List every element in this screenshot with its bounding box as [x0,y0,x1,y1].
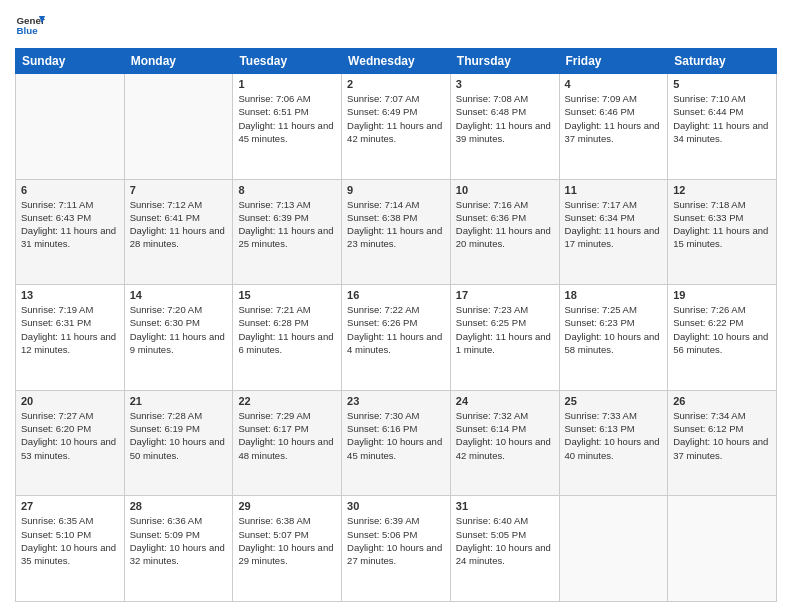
weekday-friday: Friday [559,49,668,74]
day-cell: 6Sunrise: 7:11 AM Sunset: 6:43 PM Daylig… [16,179,125,285]
day-number: 1 [238,78,336,90]
day-info: Sunrise: 7:22 AM Sunset: 6:26 PM Dayligh… [347,303,445,356]
day-info: Sunrise: 7:13 AM Sunset: 6:39 PM Dayligh… [238,198,336,251]
day-number: 25 [565,395,663,407]
day-info: Sunrise: 7:10 AM Sunset: 6:44 PM Dayligh… [673,92,771,145]
day-info: Sunrise: 7:23 AM Sunset: 6:25 PM Dayligh… [456,303,554,356]
week-row-5: 27Sunrise: 6:35 AM Sunset: 5:10 PM Dayli… [16,496,777,602]
day-cell: 16Sunrise: 7:22 AM Sunset: 6:26 PM Dayli… [342,285,451,391]
day-cell: 5Sunrise: 7:10 AM Sunset: 6:44 PM Daylig… [668,74,777,180]
weekday-sunday: Sunday [16,49,125,74]
day-number: 4 [565,78,663,90]
day-cell [559,496,668,602]
day-info: Sunrise: 7:33 AM Sunset: 6:13 PM Dayligh… [565,409,663,462]
weekday-monday: Monday [124,49,233,74]
day-number: 31 [456,500,554,512]
day-number: 26 [673,395,771,407]
day-info: Sunrise: 7:21 AM Sunset: 6:28 PM Dayligh… [238,303,336,356]
day-cell: 20Sunrise: 7:27 AM Sunset: 6:20 PM Dayli… [16,390,125,496]
day-info: Sunrise: 7:28 AM Sunset: 6:19 PM Dayligh… [130,409,228,462]
day-info: Sunrise: 7:30 AM Sunset: 6:16 PM Dayligh… [347,409,445,462]
day-cell: 30Sunrise: 6:39 AM Sunset: 5:06 PM Dayli… [342,496,451,602]
day-cell: 3Sunrise: 7:08 AM Sunset: 6:48 PM Daylig… [450,74,559,180]
day-number: 27 [21,500,119,512]
day-info: Sunrise: 7:14 AM Sunset: 6:38 PM Dayligh… [347,198,445,251]
weekday-saturday: Saturday [668,49,777,74]
day-number: 9 [347,184,445,196]
header: General Blue [15,10,777,40]
day-info: Sunrise: 7:27 AM Sunset: 6:20 PM Dayligh… [21,409,119,462]
day-cell: 29Sunrise: 6:38 AM Sunset: 5:07 PM Dayli… [233,496,342,602]
day-info: Sunrise: 7:32 AM Sunset: 6:14 PM Dayligh… [456,409,554,462]
calendar-table: SundayMondayTuesdayWednesdayThursdayFrid… [15,48,777,602]
weekday-wednesday: Wednesday [342,49,451,74]
day-cell: 10Sunrise: 7:16 AM Sunset: 6:36 PM Dayli… [450,179,559,285]
day-cell: 22Sunrise: 7:29 AM Sunset: 6:17 PM Dayli… [233,390,342,496]
day-number: 12 [673,184,771,196]
weekday-header-row: SundayMondayTuesdayWednesdayThursdayFrid… [16,49,777,74]
weekday-tuesday: Tuesday [233,49,342,74]
day-number: 16 [347,289,445,301]
day-info: Sunrise: 6:36 AM Sunset: 5:09 PM Dayligh… [130,514,228,567]
day-number: 11 [565,184,663,196]
day-info: Sunrise: 6:40 AM Sunset: 5:05 PM Dayligh… [456,514,554,567]
day-number: 24 [456,395,554,407]
svg-text:Blue: Blue [17,25,39,36]
day-cell: 25Sunrise: 7:33 AM Sunset: 6:13 PM Dayli… [559,390,668,496]
week-row-2: 6Sunrise: 7:11 AM Sunset: 6:43 PM Daylig… [16,179,777,285]
day-info: Sunrise: 7:26 AM Sunset: 6:22 PM Dayligh… [673,303,771,356]
day-cell: 18Sunrise: 7:25 AM Sunset: 6:23 PM Dayli… [559,285,668,391]
day-number: 2 [347,78,445,90]
day-info: Sunrise: 6:35 AM Sunset: 5:10 PM Dayligh… [21,514,119,567]
day-info: Sunrise: 7:34 AM Sunset: 6:12 PM Dayligh… [673,409,771,462]
day-cell: 9Sunrise: 7:14 AM Sunset: 6:38 PM Daylig… [342,179,451,285]
day-info: Sunrise: 7:17 AM Sunset: 6:34 PM Dayligh… [565,198,663,251]
day-number: 3 [456,78,554,90]
day-cell: 8Sunrise: 7:13 AM Sunset: 6:39 PM Daylig… [233,179,342,285]
day-cell: 14Sunrise: 7:20 AM Sunset: 6:30 PM Dayli… [124,285,233,391]
day-info: Sunrise: 7:09 AM Sunset: 6:46 PM Dayligh… [565,92,663,145]
day-info: Sunrise: 7:07 AM Sunset: 6:49 PM Dayligh… [347,92,445,145]
day-number: 29 [238,500,336,512]
day-cell: 2Sunrise: 7:07 AM Sunset: 6:49 PM Daylig… [342,74,451,180]
day-number: 22 [238,395,336,407]
day-number: 8 [238,184,336,196]
day-number: 6 [21,184,119,196]
day-number: 5 [673,78,771,90]
logo: General Blue [15,10,45,40]
day-info: Sunrise: 6:39 AM Sunset: 5:06 PM Dayligh… [347,514,445,567]
day-cell [124,74,233,180]
page: General Blue SundayMondayTuesdayWednesda… [0,0,792,612]
day-info: Sunrise: 7:06 AM Sunset: 6:51 PM Dayligh… [238,92,336,145]
day-info: Sunrise: 7:18 AM Sunset: 6:33 PM Dayligh… [673,198,771,251]
day-number: 21 [130,395,228,407]
logo-icon: General Blue [15,10,45,40]
day-cell [668,496,777,602]
day-info: Sunrise: 7:08 AM Sunset: 6:48 PM Dayligh… [456,92,554,145]
day-cell: 31Sunrise: 6:40 AM Sunset: 5:05 PM Dayli… [450,496,559,602]
day-info: Sunrise: 7:19 AM Sunset: 6:31 PM Dayligh… [21,303,119,356]
day-cell: 19Sunrise: 7:26 AM Sunset: 6:22 PM Dayli… [668,285,777,391]
day-cell: 7Sunrise: 7:12 AM Sunset: 6:41 PM Daylig… [124,179,233,285]
day-info: Sunrise: 7:12 AM Sunset: 6:41 PM Dayligh… [130,198,228,251]
day-number: 17 [456,289,554,301]
day-cell: 26Sunrise: 7:34 AM Sunset: 6:12 PM Dayli… [668,390,777,496]
week-row-3: 13Sunrise: 7:19 AM Sunset: 6:31 PM Dayli… [16,285,777,391]
day-cell: 21Sunrise: 7:28 AM Sunset: 6:19 PM Dayli… [124,390,233,496]
weekday-thursday: Thursday [450,49,559,74]
day-number: 19 [673,289,771,301]
day-info: Sunrise: 7:29 AM Sunset: 6:17 PM Dayligh… [238,409,336,462]
day-cell: 12Sunrise: 7:18 AM Sunset: 6:33 PM Dayli… [668,179,777,285]
week-row-4: 20Sunrise: 7:27 AM Sunset: 6:20 PM Dayli… [16,390,777,496]
day-cell: 17Sunrise: 7:23 AM Sunset: 6:25 PM Dayli… [450,285,559,391]
day-cell: 23Sunrise: 7:30 AM Sunset: 6:16 PM Dayli… [342,390,451,496]
day-number: 7 [130,184,228,196]
day-cell: 13Sunrise: 7:19 AM Sunset: 6:31 PM Dayli… [16,285,125,391]
day-number: 18 [565,289,663,301]
day-info: Sunrise: 7:16 AM Sunset: 6:36 PM Dayligh… [456,198,554,251]
day-info: Sunrise: 6:38 AM Sunset: 5:07 PM Dayligh… [238,514,336,567]
day-info: Sunrise: 7:25 AM Sunset: 6:23 PM Dayligh… [565,303,663,356]
day-number: 23 [347,395,445,407]
day-cell: 24Sunrise: 7:32 AM Sunset: 6:14 PM Dayli… [450,390,559,496]
day-cell [16,74,125,180]
